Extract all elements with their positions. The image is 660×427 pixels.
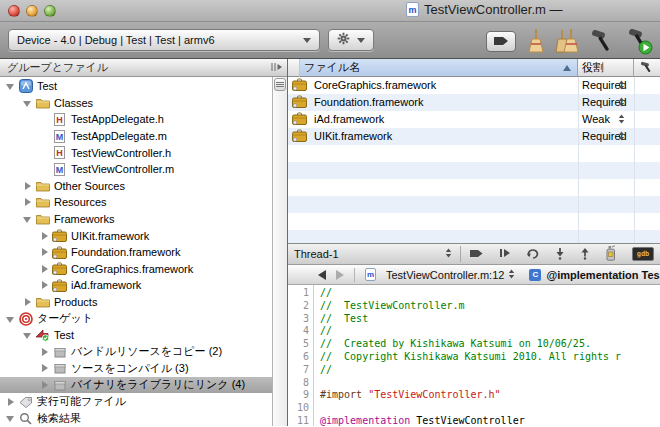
history-back-button[interactable] — [318, 270, 326, 280]
folder-icon — [34, 178, 51, 193]
disclosure-triangle[interactable] — [22, 329, 34, 341]
code-editor[interactable]: 1234567891011 //// TestViewController.m/… — [288, 285, 660, 426]
m-file-icon: m — [365, 268, 376, 281]
framework-icon — [292, 95, 307, 110]
tree-item-label: Foundation.framework — [71, 246, 180, 258]
continue-button[interactable] — [499, 248, 511, 260]
step-into-button[interactable] — [555, 247, 565, 262]
restart-button[interactable] — [526, 247, 540, 261]
tree-item[interactable]: Frameworks — [0, 211, 272, 228]
m-file-icon: M — [51, 129, 68, 144]
tree-item-label: iAd.framework — [71, 279, 141, 291]
gdb-console-button[interactable]: gdb — [632, 247, 654, 261]
tree-item-label: TestAppDelegate.m — [71, 130, 167, 142]
tree-item[interactable]: UIKit.framework — [0, 227, 272, 244]
line-number: 6 — [288, 351, 309, 364]
minimize-window-button[interactable] — [26, 5, 38, 17]
role-stepper[interactable] — [618, 80, 625, 92]
disclosure-triangle[interactable] — [22, 97, 34, 109]
column-label: ファイル名 — [304, 60, 563, 75]
scrollbar-top-button[interactable] — [274, 78, 286, 91]
tree-item[interactable]: iAd.framework — [0, 277, 272, 294]
tree-item[interactable]: HTestViewController.h — [0, 144, 272, 161]
tree-item[interactable]: HTestAppDelegate.h — [0, 111, 272, 128]
disclosure-triangle[interactable] — [5, 80, 17, 92]
role-stepper[interactable] — [618, 131, 625, 143]
disclosure-triangle[interactable] — [22, 180, 34, 192]
column-header-role[interactable]: 役割 — [578, 59, 634, 77]
tree-item[interactable]: Other Sources — [0, 178, 272, 195]
tree-item[interactable]: Test — [0, 327, 272, 344]
tree-item[interactable]: MTestAppDelegate.m — [0, 128, 272, 145]
code-line: // Created by Kishikawa Katsumi on 10/06… — [320, 338, 660, 351]
disclosure-triangle[interactable] — [39, 346, 51, 358]
gear-icon — [337, 31, 350, 49]
disclosure-triangle[interactable] — [5, 412, 17, 424]
tree-item-label: ソースをコンパイル (3) — [71, 361, 189, 376]
framework-icon — [292, 129, 307, 144]
tree-item[interactable]: ターゲット — [0, 310, 272, 327]
disclosure-triangle[interactable] — [39, 230, 51, 242]
spray-console-button[interactable] — [605, 245, 617, 263]
groups-files-header: グループとファイル — [0, 59, 287, 77]
column-header-filename[interactable]: ファイル名 — [300, 59, 578, 77]
table-row[interactable]: UIKit.frameworkRequired — [288, 128, 660, 145]
disclosure-triangle[interactable] — [39, 379, 51, 391]
symbol-c-icon: C — [529, 269, 541, 281]
disclosure-triangle[interactable] — [39, 362, 51, 374]
close-window-button[interactable] — [8, 5, 20, 17]
tree-item[interactable]: バイナリをライブラリにリンク (4) — [0, 377, 272, 394]
tree-item-label: Products — [54, 296, 97, 308]
disclosure-triangle[interactable] — [5, 396, 17, 408]
tree-item[interactable]: Test — [0, 78, 272, 95]
clean-all-button[interactable] — [555, 28, 579, 54]
step-out-button[interactable] — [580, 247, 590, 262]
disclosure-triangle[interactable] — [5, 313, 17, 325]
tree-item[interactable]: Classes — [0, 95, 272, 112]
clean-button[interactable] — [527, 28, 544, 54]
disclosure-triangle[interactable] — [39, 279, 51, 291]
disclosure-triangle[interactable] — [22, 213, 34, 225]
role-value: Weak — [582, 113, 610, 125]
table-rows: CoreGraphics.frameworkRequiredFoundation… — [288, 77, 660, 243]
tree-item[interactable]: Foundation.framework — [0, 244, 272, 261]
disclosure-triangle[interactable] — [22, 196, 34, 208]
table-row[interactable]: CoreGraphics.frameworkRequired — [288, 77, 660, 94]
titlebar[interactable]: m TestViewController.m — — [0, 0, 660, 22]
action-gear-button[interactable] — [328, 29, 374, 51]
framework-icon — [51, 278, 68, 293]
disclosure-triangle[interactable] — [22, 296, 34, 308]
file-popup[interactable]: TestViewController.m:12 — [386, 269, 504, 281]
history-forward-button[interactable] — [336, 270, 344, 280]
tree-item[interactable]: CoreGraphics.framework — [0, 261, 272, 278]
tree-item-label: 実行可能ファイル — [37, 394, 126, 409]
build-and-go-button[interactable] — [627, 28, 654, 55]
zoom-window-button[interactable] — [44, 5, 56, 17]
breakpoints-button[interactable] — [486, 31, 516, 52]
tree-item[interactable]: Resources — [0, 194, 272, 211]
symbol-popup[interactable]: @implementation Tes — [546, 269, 659, 281]
breakpoints-flag-button[interactable] — [469, 248, 484, 260]
table-row[interactable]: iAd.frameworkWeak — [288, 111, 660, 128]
sidebar-scrollbar[interactable] — [272, 77, 287, 426]
panel-splitter-icon[interactable] — [270, 62, 283, 74]
tree-item[interactable]: 実行可能ファイル — [0, 393, 272, 410]
role-stepper[interactable] — [618, 97, 625, 109]
build-button[interactable] — [590, 28, 616, 54]
tree-item[interactable]: MTestViewController.m — [0, 161, 272, 178]
table-row[interactable]: Foundation.frameworkRequired — [288, 94, 660, 111]
tree-item[interactable]: バンドルリソースをコピー (2) — [0, 344, 272, 361]
code-line: // TestViewController.m — [320, 300, 660, 313]
thread-popup[interactable]: Thread-1 — [294, 248, 452, 260]
tree-item[interactable]: Products — [0, 294, 272, 311]
tree-item[interactable]: ソースをコンパイル (3) — [0, 360, 272, 377]
debugger-bar: Thread-1 gdb — [288, 243, 660, 265]
build-phase-icon — [51, 361, 68, 376]
role-stepper[interactable] — [618, 114, 625, 126]
disclosure-triangle[interactable] — [39, 263, 51, 275]
column-header-target[interactable] — [634, 59, 660, 77]
tree-item[interactable]: 検索結果 — [0, 410, 272, 426]
stepper-icon — [508, 269, 515, 281]
overview-popup[interactable]: Device - 4.0 | Debug | Test | Test | arm… — [8, 29, 320, 51]
disclosure-triangle[interactable] — [39, 246, 51, 258]
